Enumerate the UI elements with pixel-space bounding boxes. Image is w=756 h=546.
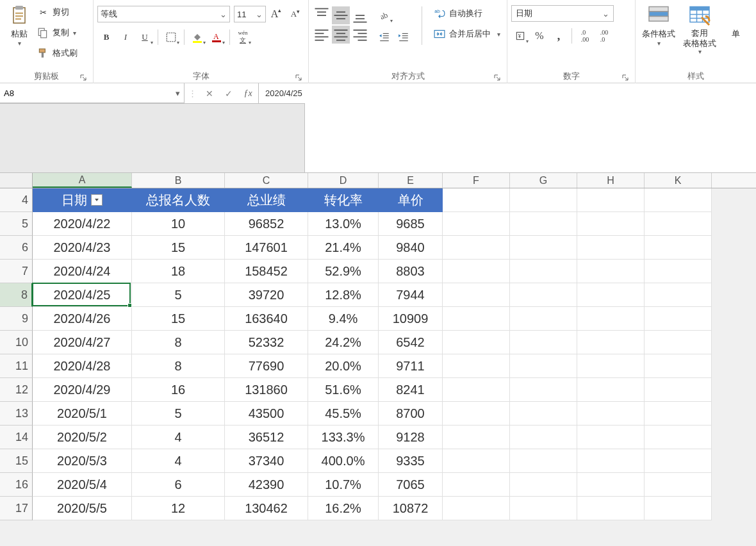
bold-button[interactable]: B xyxy=(97,28,115,46)
cell[interactable] xyxy=(577,188,645,212)
cell[interactable]: 133.3% xyxy=(308,426,379,449)
row-header-7[interactable]: 7 xyxy=(0,260,33,283)
cell[interactable]: 9685 xyxy=(379,212,443,236)
paste-button[interactable]: 粘贴 ▾ xyxy=(4,3,35,48)
column-header-f[interactable]: F xyxy=(443,173,510,188)
column-header-d[interactable]: D xyxy=(308,173,379,188)
cell[interactable] xyxy=(577,307,645,331)
cell[interactable]: 158452 xyxy=(225,260,308,283)
column-header-a[interactable]: A xyxy=(33,173,132,188)
font-color-button[interactable]: A xyxy=(208,28,226,46)
cell[interactable]: 10872 xyxy=(379,497,443,520)
border-button[interactable] xyxy=(162,28,180,46)
cell[interactable] xyxy=(443,449,510,473)
cell[interactable]: 2020/5/4 xyxy=(33,473,132,497)
format-as-table-button[interactable]: 套用 表格格式 ▾ xyxy=(680,3,719,56)
cell[interactable]: 2020/4/22 xyxy=(33,212,132,236)
format-painter-button[interactable]: 格式刷 xyxy=(35,46,80,60)
row-header-6[interactable]: 6 xyxy=(0,236,33,260)
cell[interactable] xyxy=(510,307,577,331)
cell[interactable] xyxy=(645,212,712,236)
cell[interactable] xyxy=(577,260,645,283)
cell[interactable] xyxy=(645,497,712,520)
cell[interactable]: 20.0% xyxy=(308,354,379,378)
accounting-format-button[interactable]: ¥ xyxy=(511,27,529,45)
decrease-indent-button[interactable] xyxy=(375,28,393,46)
cell[interactable] xyxy=(645,402,712,426)
italic-button[interactable]: I xyxy=(117,28,135,46)
cell[interactable] xyxy=(645,283,712,307)
formula-input[interactable]: 2020/4/25 xyxy=(259,83,756,103)
cell[interactable] xyxy=(443,354,510,378)
cell[interactable]: 10 xyxy=(132,212,225,236)
cell[interactable] xyxy=(645,260,712,283)
cell[interactable]: 9335 xyxy=(379,449,443,473)
cell[interactable] xyxy=(443,212,510,236)
cell[interactable]: 2020/4/26 xyxy=(33,307,132,331)
row-header-16[interactable]: 16 xyxy=(0,473,33,497)
header-signups[interactable]: 总报名人数 xyxy=(132,188,225,212)
filter-button[interactable] xyxy=(91,194,103,206)
cell[interactable] xyxy=(645,331,712,354)
cell[interactable]: 77690 xyxy=(225,354,308,378)
cell[interactable] xyxy=(645,378,712,402)
cell[interactable]: 2020/4/24 xyxy=(33,260,132,283)
cell[interactable] xyxy=(645,449,712,473)
cell[interactable] xyxy=(577,378,645,402)
copy-button[interactable]: 复制 ▾ xyxy=(35,26,80,40)
cell[interactable]: 5 xyxy=(132,283,225,307)
select-all-corner[interactable] xyxy=(0,173,33,188)
cell[interactable] xyxy=(510,426,577,449)
clipboard-dialog-launcher[interactable] xyxy=(79,73,88,82)
cell[interactable] xyxy=(510,212,577,236)
cell[interactable]: 163640 xyxy=(225,307,308,331)
column-header-h[interactable]: H xyxy=(577,173,645,188)
cell[interactable] xyxy=(645,307,712,331)
cell[interactable] xyxy=(443,331,510,354)
cell[interactable]: 8 xyxy=(132,354,225,378)
accept-formula-button[interactable]: ✓ xyxy=(222,88,235,99)
align-left-button[interactable] xyxy=(313,26,331,44)
cell[interactable]: 39720 xyxy=(225,283,308,307)
cell[interactable] xyxy=(577,331,645,354)
cell[interactable]: 2020/5/5 xyxy=(33,497,132,520)
cell[interactable] xyxy=(443,378,510,402)
cell-styles-button[interactable]: 单 xyxy=(721,3,750,41)
phonetic-button[interactable]: wén 文 xyxy=(234,28,252,46)
font-size-combo[interactable]: 11 ⌄ xyxy=(234,6,266,22)
cell[interactable] xyxy=(443,188,510,212)
cell[interactable]: 37340 xyxy=(225,449,308,473)
cell[interactable] xyxy=(443,426,510,449)
cell[interactable] xyxy=(577,283,645,307)
cell[interactable]: 2020/4/27 xyxy=(33,331,132,354)
cell[interactable]: 24.2% xyxy=(308,331,379,354)
wrap-text-button[interactable]: ab 自动换行 xyxy=(431,6,503,21)
cell[interactable]: 2020/5/2 xyxy=(33,426,132,449)
cell[interactable]: 130462 xyxy=(225,497,308,520)
cell[interactable] xyxy=(645,354,712,378)
cell[interactable] xyxy=(443,307,510,331)
align-right-button[interactable] xyxy=(351,26,369,44)
cell[interactable]: 2020/5/1 xyxy=(33,402,132,426)
cell[interactable]: 18 xyxy=(132,260,225,283)
cell[interactable]: 9711 xyxy=(379,354,443,378)
conditional-format-button[interactable]: 条件格式 ▾ xyxy=(639,3,678,48)
cell[interactable]: 9128 xyxy=(379,426,443,449)
cell[interactable]: 8700 xyxy=(379,402,443,426)
font-name-combo[interactable]: 等线 ⌄ xyxy=(97,6,230,22)
cell[interactable]: 12 xyxy=(132,497,225,520)
orientation-button[interactable]: ab xyxy=(375,6,393,24)
row-header-5[interactable]: 5 xyxy=(0,212,33,236)
column-header-c[interactable]: C xyxy=(225,173,308,188)
merge-center-button[interactable]: 合并后居中 ▾ xyxy=(431,27,503,41)
cut-button[interactable]: ✂ 剪切 xyxy=(35,5,80,19)
alignment-dialog-launcher[interactable] xyxy=(493,73,502,82)
cell[interactable] xyxy=(510,188,577,212)
font-dialog-launcher[interactable] xyxy=(294,73,303,82)
cell[interactable]: 36512 xyxy=(225,426,308,449)
cell[interactable]: 16 xyxy=(132,378,225,402)
cell[interactable]: 16.2% xyxy=(308,497,379,520)
cell[interactable] xyxy=(443,497,510,520)
column-header-g[interactable]: G xyxy=(510,173,577,188)
cell[interactable]: 51.6% xyxy=(308,378,379,402)
